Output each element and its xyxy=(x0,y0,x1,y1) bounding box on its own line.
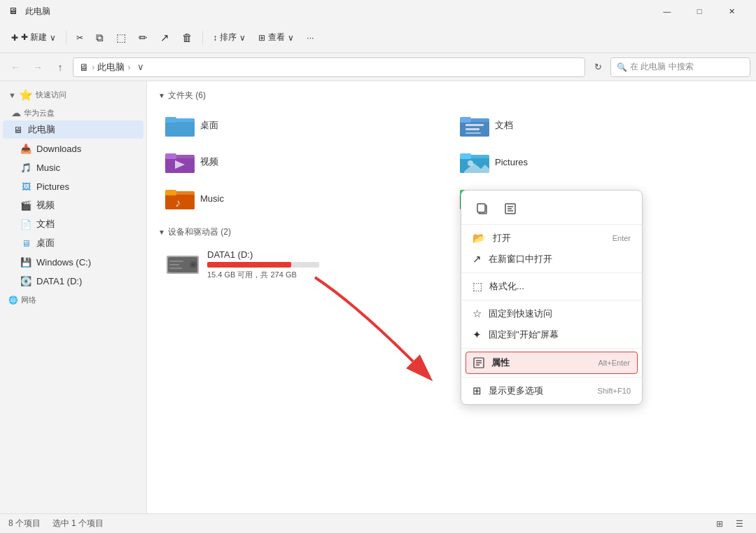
main-layout: ▼ ⭐ 快速访问 ☁ 华为云盘 🖥 此电脑 📥 Downloads 🎵 Musi… xyxy=(0,81,756,513)
ctx-divider-3 xyxy=(461,348,642,349)
folder-item-desktop[interactable]: 桌面 xyxy=(158,109,450,142)
status-bar: 8 个项目 选中 1 个项目 ⊞ ☰ xyxy=(0,513,756,533)
context-menu: 📂 打开 Enter ↗ 在新窗口中打开 ⬚ 格式化... xyxy=(461,190,643,405)
ctx-moreopts-shortcut: Shift+F10 xyxy=(598,387,631,395)
paste-button[interactable]: ⬚ xyxy=(111,29,132,47)
folder-item-music[interactable]: ♪ Music xyxy=(158,181,450,215)
folder-item-docs[interactable]: 文档 xyxy=(453,109,745,142)
folder-item-video[interactable]: 视频 xyxy=(158,145,450,179)
sidebar-section-quick-access[interactable]: ▼ ⭐ 快速访问 xyxy=(0,84,146,103)
folder-desktop-icon xyxy=(165,113,195,138)
sidebar-item-docs[interactable]: 📄 文档 xyxy=(3,215,144,233)
sidebar-item-pictures[interactable]: 🖼 Pictures xyxy=(3,177,144,195)
folder-item-pictures[interactable]: Pictures xyxy=(453,145,745,179)
search-box[interactable]: 🔍 在 此电脑 中搜索 xyxy=(610,57,750,77)
maximize-button[interactable]: □ xyxy=(683,0,715,22)
ctx-open-shortcut: Enter xyxy=(612,234,631,242)
context-menu-top-icons xyxy=(461,193,642,225)
new-button[interactable]: ✚ ✚ 新建 ∨ xyxy=(6,29,62,46)
ctx-rename-icon-btn[interactable] xyxy=(498,198,523,220)
view-dropdown-icon: ∨ xyxy=(288,33,294,43)
quick-access-triangle: ▼ xyxy=(8,91,16,99)
sidebar-item-downloads[interactable]: 📥 Downloads xyxy=(3,139,144,158)
ctx-pinstart-label: 固定到"开始"屏幕 xyxy=(489,328,559,341)
path-icon: 🖥 xyxy=(79,62,89,73)
ctx-item-pin-quick[interactable]: ☆ 固定到快速访问 xyxy=(461,303,642,324)
cut-button[interactable]: ✂ xyxy=(71,30,89,46)
back-button[interactable]: ← xyxy=(6,57,25,77)
window-controls: — □ ✕ xyxy=(651,0,748,22)
sort-button[interactable]: ↕ 排序 ∨ xyxy=(207,29,251,46)
grid-view-button[interactable]: ⊞ xyxy=(711,515,728,532)
status-left: 8 个项目 选中 1 个项目 xyxy=(8,518,104,529)
drive-d-icon xyxy=(165,251,200,278)
sidebar-section-huawei[interactable]: ☁ 华为云盘 xyxy=(0,103,146,120)
delete-button[interactable]: 🗑 xyxy=(176,29,198,46)
drives-triangle: ▼ xyxy=(158,228,165,236)
up-button[interactable]: ↑ xyxy=(50,57,70,77)
folders-section-title: 文件夹 (6) xyxy=(168,90,206,102)
music-icon: 🎵 xyxy=(20,161,32,174)
search-icon: 🔍 xyxy=(617,62,627,72)
sidebar-item-desktop[interactable]: 🖥 桌面 xyxy=(3,234,144,252)
drive-item-d[interactable]: DATA1 (D:) 15.4 GB 可用，共 274 GB xyxy=(158,245,450,284)
sidebar-item-thispc[interactable]: 🖥 此电脑 xyxy=(3,120,144,139)
ctx-open-label: 打开 xyxy=(493,232,511,244)
ctx-item-format[interactable]: ⬚ 格式化... xyxy=(461,276,642,297)
address-dropdown[interactable]: ∨ xyxy=(134,62,148,72)
forward-button[interactable]: → xyxy=(28,57,48,77)
folder-video-name: 视频 xyxy=(200,155,218,168)
ctx-pinquick-icon: ☆ xyxy=(472,307,482,320)
sort-label: 排序 xyxy=(220,32,237,43)
ctx-rename-icon xyxy=(504,202,517,215)
sidebar-item-video[interactable]: 🎬 视频 xyxy=(3,196,144,214)
svg-rect-47 xyxy=(477,204,485,212)
folders-section-header: ▼ 文件夹 (6) xyxy=(158,90,745,102)
thispc-label: 此电脑 xyxy=(28,123,55,136)
video-icon: 🎬 xyxy=(20,199,32,212)
drive-d-icon: 💽 xyxy=(20,275,32,287)
share-button[interactable]: ↗ xyxy=(155,29,175,47)
item-count: 8 个项目 xyxy=(8,518,41,528)
window-title: 此电脑 xyxy=(25,6,50,18)
drives-grid: DATA1 (D:) 15.4 GB 可用，共 274 GB xyxy=(158,245,745,284)
address-path[interactable]: 🖥 › 此电脑 › ∨ xyxy=(73,57,585,77)
rename-button[interactable]: ✏ xyxy=(133,29,153,47)
ctx-item-pin-start[interactable]: ✦ 固定到"开始"屏幕 xyxy=(461,324,642,345)
refresh-button[interactable]: ↻ xyxy=(588,57,608,77)
downloads-label: Downloads xyxy=(36,144,81,154)
ctx-newwin-label: 在新窗口中打开 xyxy=(489,253,552,265)
ctx-copy-icon-btn[interactable] xyxy=(470,198,495,220)
docs-label: 文档 xyxy=(36,218,55,230)
ctx-item-more-options[interactable]: ⊞ 显示更多选项 Shift+F10 xyxy=(461,380,642,401)
ctx-item-new-window[interactable]: ↗ 在新窗口中打开 xyxy=(461,249,642,270)
ctx-props-icon xyxy=(473,357,484,368)
sort-icon: ↕ xyxy=(213,33,217,43)
folders-triangle: ▼ xyxy=(158,92,165,99)
search-placeholder: 在 此电脑 中搜索 xyxy=(630,61,694,73)
svg-rect-2 xyxy=(165,122,195,137)
folder-desktop-name: 桌面 xyxy=(200,119,218,132)
sidebar-item-drive-c[interactable]: 💾 Windows (C:) xyxy=(3,253,144,271)
new-dropdown-icon: ∨ xyxy=(50,33,56,43)
view-button[interactable]: ⊞ 查看 ∨ xyxy=(253,29,300,46)
ctx-item-open[interactable]: 📂 打开 Enter xyxy=(461,228,642,249)
toolbar-divider-2 xyxy=(202,31,203,45)
sidebar-item-drive-d[interactable]: 💽 DATA1 (D:) xyxy=(3,272,144,290)
ctx-item-moreopts-left: ⊞ 显示更多选项 xyxy=(472,385,543,397)
close-button[interactable]: ✕ xyxy=(715,0,748,22)
more-button[interactable]: ··· xyxy=(301,30,319,46)
ctx-open-icon: 📂 xyxy=(472,232,486,244)
sidebar-section-network[interactable]: 🌐 网络 xyxy=(0,291,146,307)
new-icon: ✚ xyxy=(11,33,18,43)
ctx-item-format-left: ⬚ 格式化... xyxy=(472,280,524,293)
svg-point-31 xyxy=(192,263,195,266)
drive-d-bar xyxy=(207,262,291,268)
sidebar-item-music[interactable]: 🎵 Music xyxy=(3,158,144,176)
ctx-item-properties[interactable]: 属性 Alt+Enter xyxy=(465,352,638,374)
minimize-button[interactable]: — xyxy=(651,0,683,22)
list-view-button[interactable]: ☰ xyxy=(731,515,748,532)
ctx-moreopts-label: 显示更多选项 xyxy=(489,385,543,397)
copy-button[interactable]: ⧉ xyxy=(90,29,109,47)
status-right: ⊞ ☰ xyxy=(711,515,748,532)
